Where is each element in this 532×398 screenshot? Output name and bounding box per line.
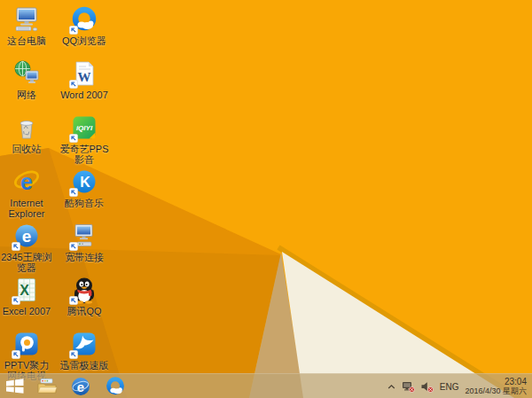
shortcut-arrow-icon (12, 242, 20, 251)
icon-label: 这台电脑 (7, 35, 46, 46)
shortcut-arrow-icon (69, 26, 78, 35)
shortcut-arrow-icon (69, 296, 78, 305)
desktop-icon-internet-explorer[interactable]: e Internet Explorer (0, 168, 55, 219)
icon-label: 酷狗音乐 (65, 198, 104, 208)
desktop-icon-tencent-qq[interactable]: 腾讯QQ (56, 276, 113, 316)
taskbar: e (0, 373, 532, 398)
shortcut-arrow-icon (12, 296, 20, 305)
shortcut-arrow-icon (12, 350, 20, 359)
desktop-icon-word-2007[interactable]: W Word 2007 (56, 59, 113, 100)
windows-logo-icon (6, 378, 24, 394)
icon-label: Excel 2007 (3, 306, 51, 316)
svg-text:iQIYI: iQIYI (76, 124, 93, 132)
icon-label: 回收站 (12, 144, 42, 154)
desktop-icon-this-pc[interactable]: 这台电脑 (0, 5, 55, 46)
language-indicator[interactable]: ENG (440, 382, 459, 392)
svg-text:e: e (20, 169, 33, 194)
pptv-icon (12, 330, 41, 358)
start-button[interactable] (0, 374, 30, 398)
volume-tray-icon[interactable] (421, 381, 434, 393)
qq-browser-icon (105, 376, 126, 397)
excel-2007-icon: X (12, 276, 41, 304)
desktop-icon-thunder[interactable]: 迅雷极速版 (56, 330, 113, 371)
shortcut-arrow-icon (69, 80, 78, 89)
desktop-icon-broadband[interactable]: 宽带连接 (56, 222, 113, 262)
desktop-icon-excel-2007[interactable]: X Excel 2007 (0, 276, 55, 316)
qq-browser-taskbar-button[interactable] (98, 374, 133, 398)
volume-muted-icon (421, 381, 434, 393)
svg-text:e: e (22, 227, 32, 246)
icon-label: 宽带连接 (65, 252, 104, 262)
kugou-music-icon: K (70, 168, 98, 196)
icon-label: 腾讯QQ (66, 306, 101, 316)
desktop-icon-recycle-bin[interactable]: 回收站 (0, 113, 55, 154)
file-explorer-icon (37, 378, 57, 394)
network-disconnected-icon (402, 381, 415, 393)
icon-label: 迅雷极速版 (60, 360, 109, 371)
desktop: 这台电脑 网络 (0, 0, 532, 398)
taskbar-clock[interactable]: 23:04 2016/4/30 星期六 (465, 377, 528, 396)
2345-browser-icon: e (12, 222, 41, 250)
shortcut-arrow-icon (69, 134, 78, 143)
desktop-icon-kugou-music[interactable]: K 酷狗音乐 (56, 168, 113, 208)
word-2007-icon: W (70, 59, 98, 88)
chevron-up-icon (387, 384, 395, 390)
shortcut-arrow-icon (69, 242, 78, 251)
recycle-bin-icon (12, 113, 41, 142)
file-explorer-button[interactable] (30, 374, 64, 398)
icon-label: QQ浏览器 (62, 35, 106, 46)
shortcut-arrow-icon (69, 188, 78, 197)
internet-explorer-icon: e (12, 168, 41, 196)
qq-browser-icon (70, 5, 98, 34)
desktop-icon-qq-browser[interactable]: QQ浏览器 (56, 5, 113, 46)
icon-label: Word 2007 (60, 90, 108, 100)
icon-label: Internet Explorer (0, 198, 55, 219)
desktop-icon-iqiyi-pps[interactable]: iQIYI 爱奇艺PPS 影音 (56, 113, 113, 165)
shortcut-arrow-icon (69, 350, 78, 359)
icon-label: 爱奇艺PPS 影音 (56, 144, 113, 165)
network-tray-icon[interactable] (402, 381, 415, 393)
internet-explorer-icon: e (71, 377, 90, 396)
tencent-qq-icon (70, 276, 98, 304)
broadband-connection-icon (70, 222, 98, 250)
svg-text:X: X (20, 283, 29, 298)
desktop-icon-network[interactable]: 网络 (0, 59, 55, 100)
icon-label: 2345王牌浏览器 (0, 252, 55, 273)
svg-text:K: K (80, 175, 90, 190)
clock-time: 23:04 (505, 377, 527, 386)
network-icon (12, 59, 41, 88)
thunder-speed-icon (70, 330, 98, 358)
this-pc-icon (12, 5, 41, 34)
svg-text:W: W (78, 70, 91, 84)
system-tray: ENG 23:04 2016/4/30 星期六 (387, 374, 528, 398)
icon-label: 网络 (17, 90, 36, 100)
desktop-icon-2345-browser[interactable]: e 2345王牌浏览器 (0, 222, 55, 273)
clock-date: 2016/4/30 星期六 (465, 386, 527, 396)
show-hidden-icons-button[interactable] (387, 384, 395, 390)
internet-explorer-taskbar-button[interactable]: e (64, 374, 98, 398)
iqiyi-pps-icon: iQIYI (70, 113, 98, 142)
